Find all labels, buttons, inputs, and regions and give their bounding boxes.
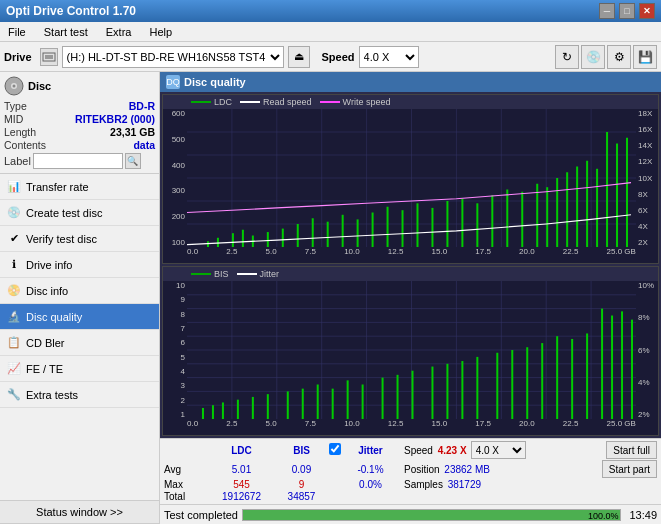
- menu-starttest[interactable]: Start test: [40, 24, 92, 40]
- stats-header-jitter: Jitter: [343, 445, 398, 456]
- stats-header-row: LDC BIS Jitter Speed 4.23 X 4.0 X Start …: [164, 441, 657, 459]
- disc-label-input[interactable]: [33, 153, 123, 169]
- svg-rect-92: [541, 343, 543, 419]
- svg-rect-51: [626, 138, 628, 247]
- save-icon-btn[interactable]: 💾: [633, 45, 657, 69]
- svg-rect-90: [511, 350, 513, 419]
- stats-max-jitter: 0.0%: [343, 479, 398, 490]
- y1-label-200: 200: [172, 212, 185, 221]
- svg-rect-84: [412, 371, 414, 419]
- disc-header-icon: [4, 76, 24, 96]
- svg-point-4: [13, 85, 16, 88]
- nav-drive-info[interactable]: ℹ Drive info: [0, 252, 159, 278]
- svg-rect-85: [431, 367, 433, 419]
- disc-panel-header: Disc: [4, 76, 155, 96]
- chart2-y-right: 10% 8% 6% 4% 2%: [636, 281, 658, 419]
- main-area: Disc Type BD-R MID RITEKBR2 (000) Length…: [0, 72, 661, 524]
- svg-rect-31: [372, 213, 374, 248]
- nav-cd-bler-label: CD Bler: [26, 337, 65, 349]
- svg-rect-24: [267, 232, 269, 247]
- status-window-btn[interactable]: Status window >>: [0, 500, 159, 524]
- stats-avg-jitter: -0.1%: [343, 464, 398, 475]
- nav-items: 📊 Transfer rate 💿 Create test disc ✔ Ver…: [0, 174, 159, 500]
- jitter-checkbox[interactable]: [329, 443, 341, 455]
- chart2-x-axis: 0.0 2.5 5.0 7.5 10.0 12.5 15.0 17.5 20.0…: [187, 419, 636, 433]
- svg-rect-20: [217, 238, 219, 247]
- nav-disc-info[interactable]: 📀 Disc info: [0, 278, 159, 304]
- svg-rect-72: [222, 402, 224, 419]
- stats-avg-bis: 0.09: [274, 464, 329, 475]
- nav-transfer-rate[interactable]: 📊 Transfer rate: [0, 174, 159, 200]
- minimize-button[interactable]: ─: [599, 3, 615, 19]
- disc-label-label: Label: [4, 155, 31, 167]
- menu-extra[interactable]: Extra: [102, 24, 136, 40]
- menubar: File Start test Extra Help: [0, 22, 661, 42]
- nav-create-test-disc[interactable]: 💿 Create test disc: [0, 200, 159, 226]
- sidebar: Disc Type BD-R MID RITEKBR2 (000) Length…: [0, 72, 160, 524]
- svg-rect-77: [302, 389, 304, 419]
- toolbar-icons: ↻ 💿 ⚙ 💾: [555, 45, 657, 69]
- chart1-legend: LDC Read speed Write speed: [163, 95, 658, 109]
- nav-verify-test-disc[interactable]: ✔ Verify test disc: [0, 226, 159, 252]
- nav-extra-tests-label: Extra tests: [26, 389, 78, 401]
- stats-max-ldc: 545: [209, 479, 274, 490]
- speed-select[interactable]: 4.0 X: [359, 46, 419, 68]
- svg-rect-27: [312, 218, 314, 247]
- legend-ldc: LDC: [191, 97, 232, 107]
- legend-write-speed-color: [320, 101, 340, 103]
- stats-speed-select[interactable]: 4.0 X: [471, 441, 526, 459]
- disc-length-row: Length 23,31 GB: [4, 126, 155, 138]
- stats-max-label: Max: [164, 479, 209, 490]
- nav-extra-tests[interactable]: 🔧 Extra tests: [0, 382, 159, 408]
- svg-rect-70: [202, 408, 204, 419]
- stats-avg-label: Avg: [164, 464, 209, 475]
- svg-rect-21: [232, 233, 234, 247]
- disc-contents-label: Contents: [4, 139, 46, 151]
- speed-label: Speed: [322, 51, 355, 63]
- nav-cd-bler[interactable]: 📋 CD Bler: [0, 330, 159, 356]
- drive-select[interactable]: (H:) HL-DT-ST BD-RE WH16NS58 TST4: [62, 46, 284, 68]
- legend-jitter-color: [237, 273, 257, 275]
- svg-rect-78: [317, 385, 319, 420]
- svg-rect-88: [476, 357, 478, 419]
- start-full-button[interactable]: Start full: [606, 441, 657, 459]
- legend-ldc-label: LDC: [214, 97, 232, 107]
- stats-total-ldc: 1912672: [209, 491, 274, 502]
- speed-label-text: Speed: [404, 445, 433, 456]
- disc-label-btn[interactable]: 🔍: [125, 153, 141, 169]
- nav-transfer-rate-label: Transfer rate: [26, 181, 89, 193]
- svg-rect-49: [606, 132, 608, 247]
- stats-max-bis: 9: [274, 479, 329, 490]
- settings-icon-btn[interactable]: ⚙: [607, 45, 631, 69]
- disc-length-value: 23,31 GB: [110, 126, 155, 138]
- start-part-button[interactable]: Start part: [602, 460, 657, 478]
- svg-rect-29: [342, 215, 344, 247]
- disc-icon-btn[interactable]: 💿: [581, 45, 605, 69]
- disc-panel: Disc Type BD-R MID RITEKBR2 (000) Length…: [0, 72, 159, 174]
- progress-pct: 100.0%: [588, 510, 619, 522]
- y1-label-600: 600: [172, 109, 185, 118]
- svg-rect-79: [332, 389, 334, 419]
- nav-fe-te[interactable]: 📈 FE / TE: [0, 356, 159, 382]
- stats-avg-row: Avg 5.01 0.09 -0.1% Position 23862 MB St…: [164, 460, 657, 478]
- menu-help[interactable]: Help: [145, 24, 176, 40]
- disc-quality-header: DQ Disc quality: [160, 72, 661, 92]
- maximize-button[interactable]: □: [619, 3, 635, 19]
- stats-avg-ldc: 5.01: [209, 464, 274, 475]
- rotate-icon-btn[interactable]: ↻: [555, 45, 579, 69]
- progress-label: Test completed: [164, 509, 238, 521]
- close-button[interactable]: ✕: [639, 3, 655, 19]
- chart2-svg: [187, 281, 636, 419]
- nav-disc-quality[interactable]: 🔬 Disc quality: [0, 304, 159, 330]
- legend-bis-label: BIS: [214, 269, 229, 279]
- menu-file[interactable]: File: [4, 24, 30, 40]
- eject-button[interactable]: ⏏: [288, 46, 310, 68]
- svg-rect-42: [536, 184, 538, 247]
- legend-read-speed-color: [240, 101, 260, 103]
- svg-rect-26: [297, 224, 299, 247]
- transfer-rate-icon: 📊: [6, 179, 22, 195]
- disc-contents-value: data: [133, 139, 155, 151]
- start-part-btn-container: Start part: [602, 460, 657, 478]
- disc-type-row: Type BD-R: [4, 100, 155, 112]
- svg-rect-82: [382, 378, 384, 419]
